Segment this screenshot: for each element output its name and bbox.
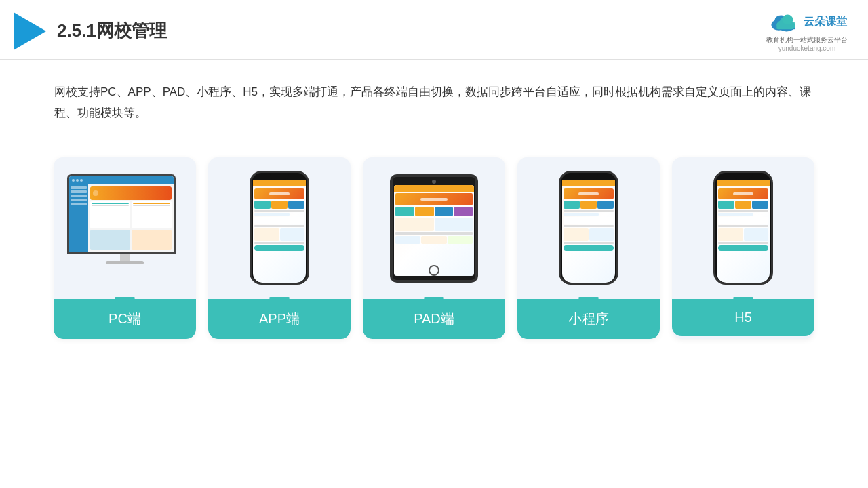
- card-pc-label: PC端: [54, 299, 196, 339]
- pc-mockup: [67, 174, 182, 283]
- description-content: 网校支持PC、APP、PAD、小程序、H5，实现多端打通，产品各终端自由切换，数…: [54, 85, 811, 119]
- brand-tagline: 教育机构一站式服务云平台: [766, 35, 848, 45]
- card-pc: PC端: [54, 157, 196, 339]
- header-left: 2.5.1网校管理: [14, 12, 167, 50]
- card-miniprogram-image: [517, 157, 660, 293]
- card-pad: PAD端: [363, 157, 505, 339]
- brand-logo: 云朵课堂: [767, 9, 847, 34]
- card-h5-image: [672, 157, 814, 293]
- card-miniprogram-label: 小程序: [517, 299, 660, 339]
- card-app-label: APP端: [208, 299, 351, 339]
- card-app-image: [208, 157, 351, 293]
- header: 2.5.1网校管理 云朵课堂 教育机构一站式服务云平台 yunduoketang…: [0, 0, 868, 60]
- brand-name: 云朵课堂: [804, 15, 847, 29]
- card-pad-label: PAD端: [363, 299, 505, 339]
- page-title: 2.5.1网校管理: [57, 19, 167, 43]
- card-h5-label: H5: [672, 299, 814, 336]
- cloud-icon: [767, 9, 800, 34]
- miniprogram-phone-mockup: [559, 171, 618, 286]
- card-app: APP端: [208, 157, 351, 339]
- card-h5: H5: [672, 157, 814, 339]
- h5-phone-mockup: [713, 171, 773, 286]
- brand-url: yunduoketang.com: [778, 45, 836, 52]
- card-pad-image: [363, 157, 505, 293]
- cards-container: PC端: [0, 137, 868, 359]
- card-pc-image: [54, 157, 196, 293]
- logo-triangle-icon: [14, 12, 46, 50]
- card-miniprogram: 小程序: [517, 157, 660, 339]
- app-phone-mockup: [250, 171, 309, 286]
- description-text: 网校支持PC、APP、PAD、小程序、H5，实现多端打通，产品各终端自由切换，数…: [0, 60, 868, 137]
- header-right: 云朵课堂 教育机构一站式服务云平台 yunduoketang.com: [766, 9, 848, 52]
- pad-tablet-mockup: [390, 174, 478, 283]
